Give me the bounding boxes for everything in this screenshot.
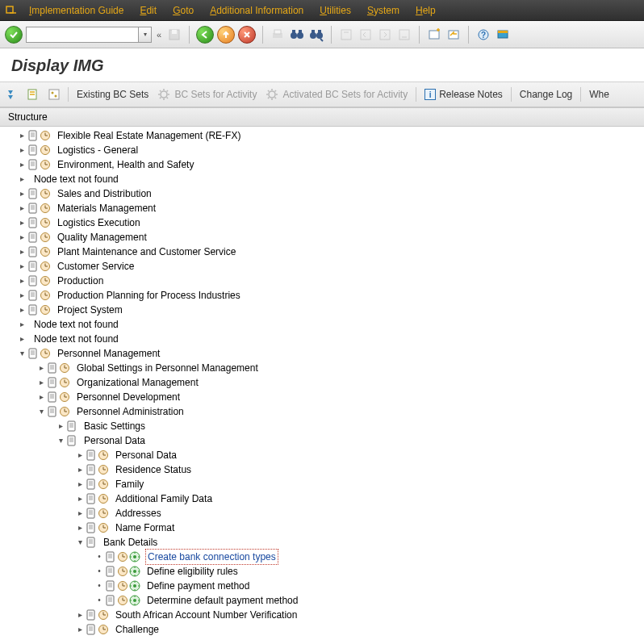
menu-help[interactable]: Help: [408, 5, 444, 16]
tree-row[interactable]: ▸Customer Service: [0, 259, 644, 274]
activity-icon[interactable]: [40, 348, 51, 359]
menu-utilities[interactable]: Utilities: [312, 5, 359, 16]
document-icon[interactable]: [47, 406, 58, 417]
expand-icon[interactable]: ▸: [16, 143, 27, 157]
tree-node-label[interactable]: Node text not found: [32, 172, 119, 186]
tree-row[interactable]: ▸Global Settings in Personnel Management: [0, 361, 644, 375]
tree-row[interactable]: ▸Addresses: [0, 506, 644, 521]
tree-node-label[interactable]: South African Account Number Verificatio…: [114, 608, 297, 622]
tree-row[interactable]: ▸Additional Family Data: [0, 491, 644, 506]
tree-node-label[interactable]: Addresses: [114, 506, 161, 521]
tree-row[interactable]: ▸Challenge: [0, 622, 644, 637]
tree-row[interactable]: •Determine default payment method: [0, 593, 644, 608]
save-icon[interactable]: [166, 27, 182, 43]
back-button[interactable]: [196, 26, 214, 44]
find-icon[interactable]: [289, 27, 305, 43]
tree-node-label[interactable]: Production Planning for Process Industri…: [56, 288, 240, 303]
command-dropdown[interactable]: ▾: [139, 27, 152, 43]
activity-icon[interactable]: [40, 290, 51, 301]
activity-icon[interactable]: [98, 522, 109, 533]
tree-node-label[interactable]: Bank Details: [102, 535, 157, 550]
document-icon[interactable]: [86, 464, 97, 475]
collapse-icon[interactable]: ▾: [55, 433, 66, 448]
expand-icon[interactable]: ▸: [55, 419, 66, 433]
tree-node-label[interactable]: Node text not found: [32, 332, 119, 346]
tree-node-label[interactable]: Define eligibility rules: [145, 564, 238, 579]
expand-icon[interactable]: ▸: [16, 303, 27, 317]
activity-icon[interactable]: [40, 232, 51, 243]
tree-node-label[interactable]: Flexible Real Estate Management (RE-FX): [56, 128, 240, 143]
tree-row[interactable]: ▸South African Account Number Verificati…: [0, 608, 644, 622]
activity-icon[interactable]: [40, 188, 51, 199]
tree-row[interactable]: ▸Project System: [0, 303, 644, 317]
document-icon[interactable]: [27, 304, 39, 316]
document-icon[interactable]: [105, 580, 116, 592]
activity-icon[interactable]: [40, 246, 51, 257]
activity-icon[interactable]: [98, 609, 109, 621]
expand-icon[interactable]: ▸: [16, 128, 27, 143]
expand-icon[interactable]: ▸: [16, 274, 27, 288]
layout-icon[interactable]: [495, 27, 511, 43]
activity-icon[interactable]: [98, 508, 109, 519]
menu-system[interactable]: System: [359, 5, 408, 16]
document-icon[interactable]: [86, 450, 97, 461]
document-icon[interactable]: [27, 290, 39, 301]
bc-sets-activity-button[interactable]: BC Sets for Activity: [157, 87, 257, 102]
tree-node-label[interactable]: Define payment method: [145, 579, 249, 593]
tree-node-label[interactable]: Project System: [56, 303, 123, 317]
document-icon[interactable]: [86, 624, 97, 635]
document-icon[interactable]: [27, 188, 39, 199]
tree-row[interactable]: ▸Sales and Distribution: [0, 186, 644, 201]
tree-row[interactable]: ▾Personnel Administration: [0, 404, 644, 419]
expand-icon[interactable]: ▸: [74, 477, 86, 491]
document-icon[interactable]: [86, 537, 97, 548]
tree-row[interactable]: ▸Family: [0, 477, 644, 491]
existing-bc-sets-button[interactable]: Existing BC Sets: [77, 89, 148, 100]
execute-icon[interactable]: [129, 595, 140, 606]
tree-node-label[interactable]: Quality Management: [56, 230, 147, 245]
document-icon[interactable]: [105, 566, 116, 577]
tree-node-label[interactable]: Node text not found: [32, 317, 119, 332]
tree-node-label[interactable]: Challenge: [114, 622, 159, 637]
document-icon[interactable]: [27, 130, 39, 141]
expand-icon[interactable]: ▸: [16, 215, 27, 230]
document-icon[interactable]: [86, 508, 97, 519]
tree-node-label[interactable]: Personal Data: [114, 448, 177, 462]
tree-node-label[interactable]: Logistics - General: [56, 143, 138, 157]
expand-icon[interactable]: ▸: [16, 172, 27, 186]
activity-icon[interactable]: [40, 275, 51, 286]
activity-icon[interactable]: [117, 580, 128, 592]
activity-icon[interactable]: [59, 406, 70, 417]
tree-node-label[interactable]: Family: [114, 477, 144, 491]
activity-icon[interactable]: [59, 362, 70, 374]
collapse-all-button[interactable]: [27, 89, 40, 100]
expand-icon[interactable]: ▸: [16, 201, 27, 215]
tree-row[interactable]: ▸Environment, Health and Safety: [0, 157, 644, 172]
document-icon[interactable]: [27, 261, 39, 272]
expand-icon[interactable]: ▸: [16, 332, 27, 346]
prev-page-icon[interactable]: [358, 27, 374, 43]
tree-row[interactable]: ▸Quality Management: [0, 230, 644, 245]
last-page-icon[interactable]: [396, 27, 412, 43]
document-icon[interactable]: [66, 435, 77, 446]
activity-icon[interactable]: [40, 217, 51, 228]
activity-icon[interactable]: [117, 551, 128, 562]
tree-row[interactable]: ▸Personnel Development: [0, 390, 644, 404]
document-icon[interactable]: [86, 609, 97, 621]
tree-node-label[interactable]: Personnel Administration: [75, 404, 184, 419]
tree-row[interactable]: ▸Name Format: [0, 521, 644, 535]
tree-row[interactable]: ▾Personnel Management: [0, 346, 644, 361]
document-icon[interactable]: [27, 203, 39, 214]
activity-icon[interactable]: [40, 130, 51, 141]
expand-icon[interactable]: ▸: [74, 448, 86, 462]
tree-row[interactable]: ▸Node text not found: [0, 317, 644, 332]
document-icon[interactable]: [27, 159, 39, 170]
activity-icon[interactable]: [98, 464, 109, 475]
document-icon[interactable]: [86, 522, 97, 533]
expand-icon[interactable]: ▸: [74, 506, 86, 521]
tree-row[interactable]: ▸Basic Settings: [0, 419, 644, 433]
document-icon[interactable]: [86, 479, 97, 490]
expand-icon[interactable]: ▸: [16, 157, 27, 172]
tree-row[interactable]: •Define eligibility rules: [0, 564, 644, 579]
menu-implementation-guide[interactable]: Implementation Guide: [21, 5, 132, 16]
